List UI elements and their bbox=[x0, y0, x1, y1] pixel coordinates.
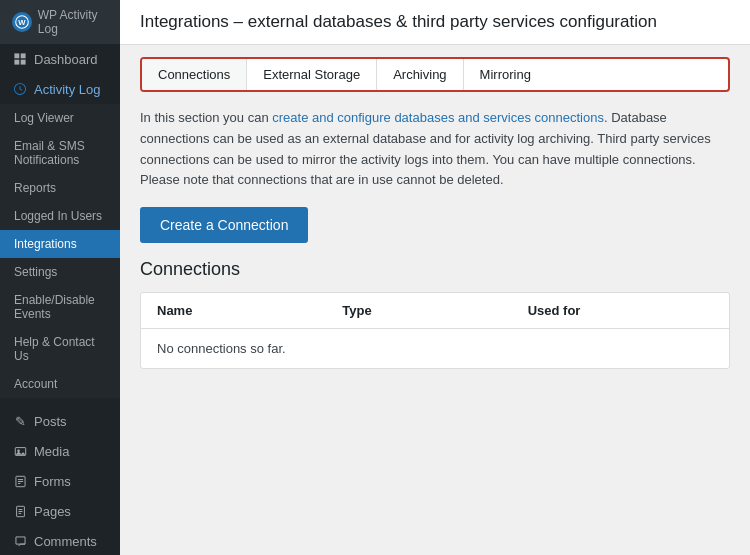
posts-icon: ✎ bbox=[12, 413, 28, 429]
forms-icon bbox=[12, 473, 28, 489]
sidebar-item-help-contact[interactable]: Help & Contact Us bbox=[0, 328, 120, 370]
col-name: Name bbox=[157, 303, 342, 318]
description-text: In this section you can create and confi… bbox=[140, 108, 730, 191]
sidebar-item-enable-disable[interactable]: Enable/Disable Events bbox=[0, 286, 120, 328]
tab-archiving[interactable]: Archiving bbox=[377, 59, 463, 90]
sidebar-item-log-viewer[interactable]: Log Viewer bbox=[0, 104, 120, 132]
activity-log-icon bbox=[12, 81, 28, 97]
svg-rect-4 bbox=[14, 60, 19, 65]
tab-mirroring[interactable]: Mirroring bbox=[464, 59, 547, 90]
tab-connections[interactable]: Connections bbox=[142, 59, 247, 90]
page-title: Integrations – external databases & thir… bbox=[140, 12, 730, 32]
tabs-section: Connections External Storage Archiving M… bbox=[120, 45, 750, 92]
sidebar-item-forms[interactable]: Forms bbox=[0, 466, 120, 496]
sidebar-item-logged-in-users[interactable]: Logged In Users bbox=[0, 202, 120, 230]
sidebar: W WP Activity Log Dashboard Activity Log… bbox=[0, 0, 120, 555]
col-type: Type bbox=[342, 303, 527, 318]
create-connection-button[interactable]: Create a Connection bbox=[140, 207, 308, 243]
pages-icon bbox=[12, 503, 28, 519]
svg-rect-5 bbox=[21, 60, 26, 65]
sidebar-item-comments[interactable]: Comments bbox=[0, 526, 120, 555]
sidebar-item-media[interactable]: Media bbox=[0, 436, 120, 466]
sidebar-dashboard-label: Dashboard bbox=[34, 52, 98, 67]
sidebar-item-activity-log[interactable]: Activity Log bbox=[0, 74, 120, 104]
dashboard-icon bbox=[12, 51, 28, 67]
sidebar-header[interactable]: W WP Activity Log bbox=[0, 0, 120, 44]
media-icon bbox=[12, 443, 28, 459]
connections-heading: Connections bbox=[140, 259, 730, 280]
sidebar-item-reports[interactable]: Reports bbox=[0, 174, 120, 202]
wp-logo: W bbox=[12, 12, 32, 32]
sidebar-item-pages[interactable]: Pages bbox=[0, 496, 120, 526]
sidebar-item-email-sms[interactable]: Email & SMS Notifications bbox=[0, 132, 120, 174]
sidebar-wp-label: WP Activity Log bbox=[38, 8, 120, 36]
col-used-for: Used for bbox=[528, 303, 713, 318]
connections-table: Name Type Used for No connections so far… bbox=[140, 292, 730, 369]
sidebar-item-dashboard[interactable]: Dashboard bbox=[0, 44, 120, 74]
svg-rect-2 bbox=[14, 53, 19, 58]
sidebar-item-settings[interactable]: Settings bbox=[0, 258, 120, 286]
main-content: Integrations – external databases & thir… bbox=[120, 0, 750, 555]
table-empty-message: No connections so far. bbox=[141, 329, 729, 368]
integrations-content: In this section you can create and confi… bbox=[120, 92, 750, 385]
sidebar-item-posts[interactable]: ✎ Posts bbox=[0, 406, 120, 436]
comments-icon bbox=[12, 533, 28, 549]
page-header: Integrations – external databases & thir… bbox=[120, 0, 750, 45]
sidebar-item-account[interactable]: Account bbox=[0, 370, 120, 398]
svg-rect-3 bbox=[21, 53, 26, 58]
table-header: Name Type Used for bbox=[141, 293, 729, 329]
desc-link[interactable]: create and configure databases and servi… bbox=[272, 110, 604, 125]
tabs-container: Connections External Storage Archiving M… bbox=[140, 57, 730, 92]
desc-before-link: In this section you can bbox=[140, 110, 272, 125]
sidebar-activity-log-label: Activity Log bbox=[34, 82, 100, 97]
tab-external-storage[interactable]: External Storage bbox=[247, 59, 377, 90]
content-wrapper: Connections External Storage Archiving M… bbox=[120, 45, 750, 555]
svg-text:W: W bbox=[18, 18, 26, 27]
sidebar-submenu: Log Viewer Email & SMS Notifications Rep… bbox=[0, 104, 120, 398]
sidebar-item-integrations[interactable]: Integrations bbox=[0, 230, 120, 258]
